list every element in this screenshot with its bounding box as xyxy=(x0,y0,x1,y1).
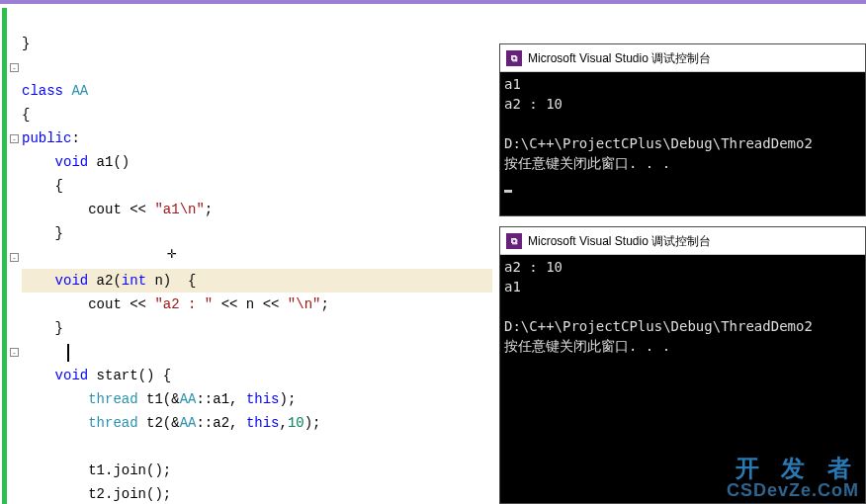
code-line: class AA xyxy=(22,83,88,99)
code-line: void a1() xyxy=(22,154,130,170)
console-title-bar[interactable]: ⧉ Microsoft Visual Studio 调试控制台 xyxy=(500,44,865,72)
editor-gutter: - - - - xyxy=(0,8,22,504)
code-line: public: xyxy=(22,130,80,146)
code-line: void start() { xyxy=(22,368,171,383)
code-line: thread t2(&AA::a2, this,10); xyxy=(22,415,321,431)
console-title-text: Microsoft Visual Studio 调试控制台 xyxy=(528,48,711,68)
console-output: a2 : 10 a1 D:\C++\ProjectCPlus\Debug\Thr… xyxy=(500,255,865,358)
debug-console-window-2[interactable]: ⧉ Microsoft Visual Studio 调试控制台 a2 : 10 … xyxy=(499,226,866,504)
code-line: { xyxy=(22,107,30,123)
code-editor[interactable]: - - - - } class AA { public: void a1() {… xyxy=(0,8,492,504)
fold-toggle[interactable]: - xyxy=(10,348,19,357)
fold-toggle[interactable]: - xyxy=(10,63,19,72)
console-title-text: Microsoft Visual Studio 调试控制台 xyxy=(528,231,711,251)
code-line: } xyxy=(22,225,63,241)
code-content[interactable]: } class AA { public: void a1() { cout <<… xyxy=(22,8,492,504)
code-line: void a2(int n) { xyxy=(22,273,196,289)
change-marker xyxy=(2,8,7,504)
console-title-bar[interactable]: ⧉ Microsoft Visual Studio 调试控制台 xyxy=(500,227,865,255)
watermark-text-top: 开 发 者 xyxy=(727,456,859,481)
visual-studio-icon: ⧉ xyxy=(506,233,522,249)
watermark-text-bottom: CSDevZe.CoM xyxy=(727,481,859,501)
code-line: cout << "a1\n"; xyxy=(22,202,213,217)
code-line: t2.join(); xyxy=(22,486,171,502)
debug-console-window-1[interactable]: ⧉ Microsoft Visual Studio 调试控制台 a1 a2 : … xyxy=(499,43,866,216)
code-line: } xyxy=(22,320,63,336)
visual-studio-icon: ⧉ xyxy=(506,50,522,66)
code-line: t1.join(); xyxy=(22,462,171,478)
console-output: a1 a2 : 10 D:\C++\ProjectCPlus\Debug\Thr… xyxy=(500,72,865,195)
console-cursor-icon xyxy=(504,190,512,193)
code-line: } xyxy=(22,36,30,51)
watermark: 开 发 者 CSDevZe.CoM xyxy=(727,456,859,501)
code-line: cout << "a2 : " << n << "\n"; xyxy=(22,296,329,312)
fold-toggle[interactable]: - xyxy=(10,253,19,262)
fold-toggle[interactable]: - xyxy=(10,134,19,143)
code-line: thread t1(&AA::a1, this); xyxy=(22,391,296,407)
text-caret-icon xyxy=(67,344,69,362)
code-line: { xyxy=(22,178,63,194)
